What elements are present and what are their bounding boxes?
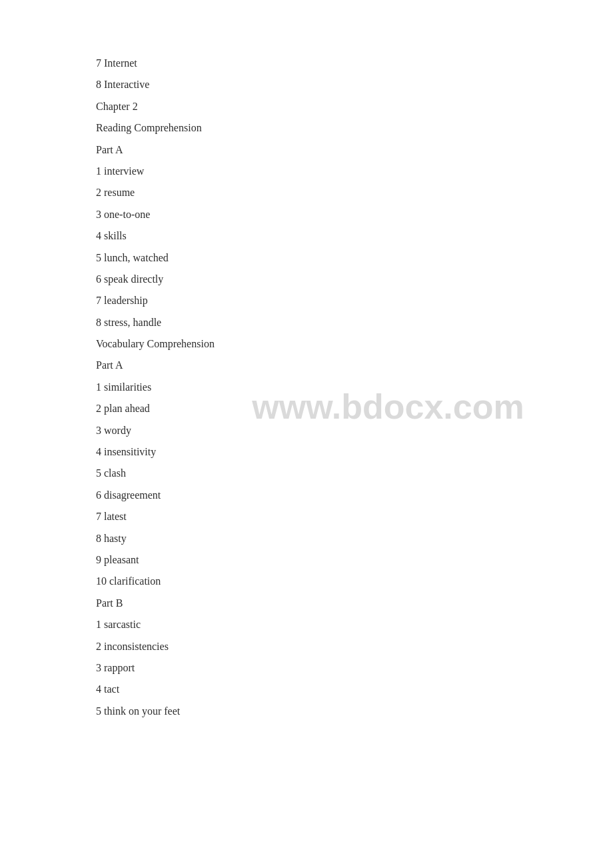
line-9-pleasant: 9 pleasant — [96, 550, 517, 570]
line-1-sarcastic: 1 sarcastic — [96, 615, 517, 635]
line-7-latest: 7 latest — [96, 507, 517, 527]
line-6-disagreement: 6 disagreement — [96, 485, 517, 505]
line-3-wordy: 3 wordy — [96, 421, 517, 441]
line-8-interactive: 8 Interactive — [96, 75, 517, 95]
line-2-inconsistencies: 2 inconsistencies — [96, 637, 517, 657]
line-3-rapport: 3 rapport — [96, 658, 517, 678]
line-1-similarities: 1 similarities — [96, 377, 517, 397]
line-1-interview: 1 interview — [96, 161, 517, 181]
line-4-skills: 4 skills — [96, 226, 517, 246]
line-3-one-to-one: 3 one-to-one — [96, 205, 517, 225]
line-8-stress: 8 stress, handle — [96, 313, 517, 333]
line-6-speak: 6 speak directly — [96, 269, 517, 289]
line-2-resume: 2 resume — [96, 183, 517, 203]
line-4-insensitivity: 4 insensitivity — [96, 442, 517, 462]
line-5-think: 5 think on your feet — [96, 701, 517, 721]
line-vocab-comprehension: Vocabulary Comprehension — [96, 334, 517, 354]
line-10-clarification: 10 clarification — [96, 571, 517, 591]
line-reading-comprehension: Reading Comprehension — [96, 118, 517, 138]
page-content: 7 Internet 8 Interactive Chapter 2 Readi… — [0, 0, 613, 776]
line-part-a-1: Part A — [96, 140, 517, 160]
line-5-lunch: 5 lunch, watched — [96, 248, 517, 268]
line-2-plan: 2 plan ahead — [96, 399, 517, 419]
line-5-clash: 5 clash — [96, 463, 517, 483]
line-chapter2: Chapter 2 — [96, 97, 517, 117]
line-4-tact: 4 tact — [96, 679, 517, 699]
line-8-hasty: 8 hasty — [96, 529, 517, 549]
line-part-b: Part B — [96, 593, 517, 613]
line-7-internet: 7 Internet — [96, 53, 517, 73]
line-7-leadership: 7 leadership — [96, 291, 517, 311]
line-part-a-2: Part A — [96, 355, 517, 375]
